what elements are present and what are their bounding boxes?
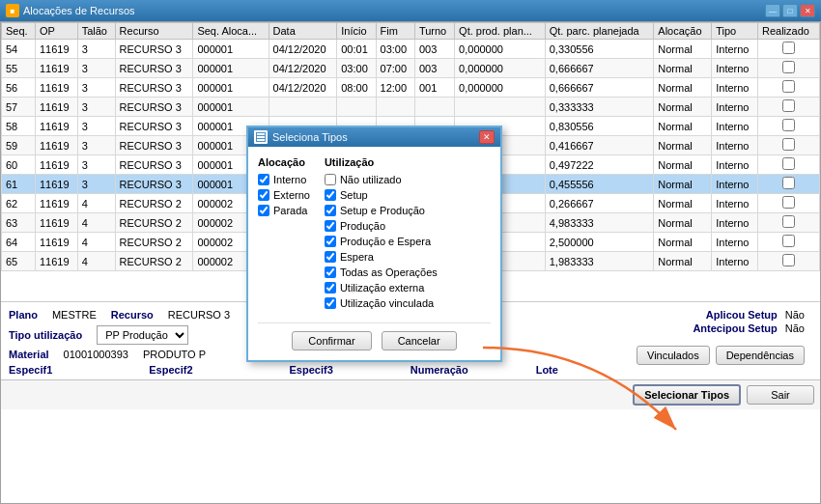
realizado-checkbox[interactable] [782, 235, 795, 247]
realizado-cell[interactable] [757, 98, 819, 117]
realizado-checkbox[interactable] [782, 119, 795, 131]
table-cell: Normal [654, 213, 712, 233]
realizado-checkbox[interactable] [782, 254, 795, 266]
realizado-checkbox[interactable] [782, 80, 795, 93]
util-espera-checkbox[interactable] [325, 251, 336, 263]
table-cell: 62 [2, 194, 36, 213]
realizado-cell[interactable] [757, 40, 819, 59]
util-externa-checkbox[interactable] [325, 282, 336, 294]
table-row[interactable]: 57116193RECURSO 30000010,333333NormalInt… [2, 98, 820, 117]
util-nao-utilizado-checkbox[interactable] [325, 174, 336, 185]
util-setup-producao-checkbox[interactable] [325, 205, 336, 216]
util-producao-label: Produção [340, 220, 385, 232]
util-espera-row: Espera [325, 251, 438, 263]
seleciona-tipos-dialog[interactable]: Seleciona Tipos ✕ Alocação Interno Exter… [246, 126, 502, 362]
table-cell: 0,000000 [455, 59, 546, 78]
table-row[interactable]: 54116193RECURSO 300000104/12/202000:0103… [2, 40, 820, 59]
realizado-cell[interactable] [757, 175, 819, 194]
col-alocacao: Alocação [654, 23, 712, 40]
window-controls: — □ ✕ [765, 4, 815, 17]
table-cell: Interno [712, 213, 758, 233]
table-cell: 04/12/2020 [269, 78, 337, 98]
table-cell: 000001 [193, 59, 269, 78]
util-producao-espera-checkbox[interactable] [325, 236, 336, 247]
table-cell: 11619 [35, 59, 77, 78]
realizado-checkbox[interactable] [782, 157, 795, 170]
realizado-checkbox[interactable] [782, 61, 795, 73]
realizado-checkbox[interactable] [782, 177, 795, 189]
table-row[interactable]: 56116193RECURSO 300000104/12/202008:0012… [2, 78, 820, 98]
table-cell: Normal [654, 98, 712, 117]
table-cell: 0,000000 [455, 40, 546, 59]
util-vinculada-row: Utilização vinculada [325, 297, 438, 309]
table-cell: 3 [77, 117, 115, 136]
alocacao-externo-checkbox[interactable] [258, 189, 269, 201]
realizado-checkbox[interactable] [782, 138, 795, 151]
realizado-checkbox[interactable] [782, 42, 795, 54]
util-vinculada-checkbox[interactable] [325, 297, 336, 309]
dialog-buttons: Confirmar Cancelar [258, 322, 491, 350]
alocacao-interno-checkbox[interactable] [258, 174, 269, 185]
util-setup-row: Setup [325, 189, 438, 201]
realizado-cell[interactable] [757, 155, 819, 175]
util-todas-op-checkbox[interactable] [325, 266, 336, 278]
realizado-checkbox[interactable] [782, 99, 795, 112]
table-cell: RECURSO 2 [115, 194, 193, 213]
table-cell: 001 [414, 78, 454, 98]
minimize-button[interactable]: — [765, 4, 780, 17]
table-cell: 4 [77, 194, 115, 213]
table-row[interactable]: 55116193RECURSO 300000104/12/202003:0007… [2, 59, 820, 78]
utilizacao-column-title: Utilização [325, 156, 438, 168]
realizado-cell[interactable] [757, 59, 819, 78]
util-setup-label: Setup [340, 189, 368, 201]
table-cell: 11619 [35, 98, 77, 117]
dependencias-button[interactable]: Dependências [716, 346, 805, 365]
realizado-cell[interactable] [757, 136, 819, 155]
dialog-close-button[interactable]: ✕ [479, 130, 495, 144]
svg-rect-1 [257, 133, 265, 135]
dialog-content: Alocação Interno Externo Parada [248, 147, 500, 360]
sair-button[interactable]: Sair [747, 385, 814, 405]
vinculados-button[interactable]: Vinculados [637, 346, 710, 365]
table-cell: Normal [654, 175, 712, 194]
realizado-cell[interactable] [757, 233, 819, 252]
table-cell: 0,266667 [545, 194, 654, 213]
realizado-cell[interactable] [757, 213, 819, 233]
util-setup-checkbox[interactable] [325, 189, 336, 201]
util-producao-checkbox[interactable] [325, 220, 336, 232]
table-cell: 56 [2, 78, 36, 98]
table-cell: 0,333333 [545, 98, 654, 117]
table-cell: Normal [654, 194, 712, 213]
alocacao-parada-checkbox[interactable] [258, 205, 269, 216]
antecipou-setup-label: Antecipou Setup [693, 322, 777, 334]
close-button[interactable]: ✕ [800, 4, 815, 17]
table-cell: 0,455556 [545, 175, 654, 194]
cancelar-button[interactable]: Cancelar [382, 331, 457, 350]
table-cell: Normal [654, 117, 712, 136]
realizado-cell[interactable] [757, 78, 819, 98]
table-cell: 12:00 [376, 78, 414, 98]
realizado-cell[interactable] [757, 194, 819, 213]
table-cell: 07:00 [376, 59, 414, 78]
table-cell: RECURSO 2 [115, 233, 193, 252]
confirmar-button[interactable]: Confirmar [292, 331, 371, 350]
table-cell: 00:01 [337, 40, 376, 59]
table-cell: 3 [77, 98, 115, 117]
col-op: OP [35, 23, 77, 40]
realizado-cell[interactable] [757, 117, 819, 136]
table-cell: 4 [77, 252, 115, 271]
selecionar-tipos-button[interactable]: Selecionar Tipos [633, 384, 741, 406]
realizado-checkbox[interactable] [782, 215, 795, 228]
plano-value: MESTRE [52, 309, 97, 321]
alocacao-parada-row: Parada [258, 205, 310, 216]
realizado-cell[interactable] [757, 252, 819, 271]
aplicou-setup-row: Aplicou Setup Não [706, 309, 805, 321]
realizado-checkbox[interactable] [782, 196, 795, 209]
maximize-button[interactable]: □ [782, 4, 798, 17]
numeracao-label: Numeração [410, 364, 468, 376]
util-todas-op-label: Todas as Operações [340, 266, 438, 278]
table-cell: 4 [77, 233, 115, 252]
utilizacao-column: Utilização Não utilizado Setup Setup e P… [325, 156, 438, 313]
svg-rect-2 [257, 136, 265, 138]
tipo-utilizacao-select[interactable]: PP Produção [97, 325, 188, 345]
